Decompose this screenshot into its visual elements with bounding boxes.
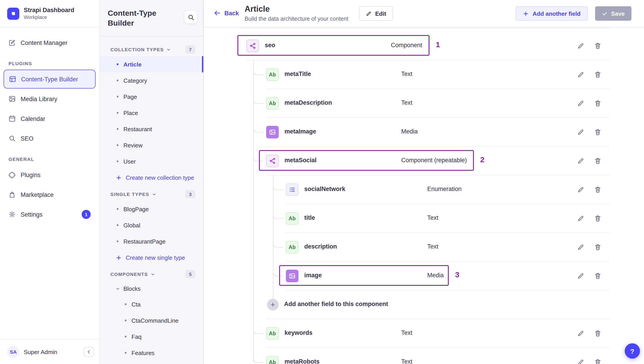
sidebar-item-plugins[interactable]: Plugins (4, 165, 96, 185)
create-new-single-type-link[interactable]: Create new single type (106, 249, 197, 266)
panel-item-cta[interactable]: Cta (100, 296, 203, 312)
delete-field-button[interactable] (594, 186, 601, 193)
panel-item-label: RestaurantPage (124, 238, 166, 245)
panel-item-article[interactable]: Article (100, 56, 203, 72)
calendar-icon (8, 115, 16, 122)
content-type-builder-panel: Content-Type Builder COLLECTION TYPES7Ar… (100, 0, 204, 364)
delete-field-button[interactable] (594, 42, 601, 49)
panel-item-global[interactable]: Global (100, 217, 203, 233)
panel-item-page[interactable]: Page (100, 89, 203, 105)
panel-section-collection-types[interactable]: COLLECTION TYPES7 (106, 43, 197, 56)
field-row-socialnetwork: socialNetworkEnumeration (240, 175, 610, 204)
create-new-collection-type-link[interactable]: Create new collection type (106, 169, 197, 186)
edit-field-button[interactable] (577, 157, 584, 164)
field-type: Media (401, 128, 418, 135)
panel-section-single-types[interactable]: SINGLE TYPES3 (106, 188, 197, 201)
panel-item-faq[interactable]: Faq (100, 328, 203, 345)
header-actions: Add another field Save (516, 6, 632, 21)
panel-item-category[interactable]: Category (100, 72, 203, 89)
bullet-icon (117, 63, 118, 65)
panel-group-blocks[interactable]: Blocks (106, 281, 197, 296)
sidebar-item-media-library[interactable]: Media Library (4, 89, 96, 109)
brand[interactable]: Strapi Dashboard Workplace (0, 0, 99, 27)
panel-item-restaurant[interactable]: Restaurant (100, 121, 203, 137)
sidebar-item-content-type-builder[interactable]: Content-Type Builder (4, 70, 96, 89)
delete-field-button[interactable] (594, 128, 601, 136)
add-another-field-button[interactable]: Add another field (516, 6, 588, 21)
workspace-name: Workplace (24, 14, 74, 21)
edit-field-button[interactable] (577, 186, 584, 193)
delete-field-button[interactable] (594, 100, 601, 107)
marketplace-icon (8, 191, 16, 198)
back-link[interactable]: Back (214, 10, 239, 17)
edit-field-button[interactable] (577, 215, 584, 222)
plugins-icon (8, 171, 16, 178)
delete-field-button[interactable] (594, 272, 601, 280)
sidebar-item-marketplace[interactable]: Marketplace (4, 185, 96, 205)
panel-item-label: Category (124, 77, 147, 84)
save-button[interactable]: Save (595, 6, 632, 21)
title-block: Article Build the data architecture of y… (244, 5, 348, 22)
field-name: description (304, 243, 337, 250)
panel-item-place[interactable]: Place (100, 105, 203, 121)
field-name: title (304, 214, 315, 221)
edit-field-button[interactable] (577, 128, 584, 136)
edit-field-button[interactable] (577, 244, 584, 251)
delete-field-button[interactable] (594, 215, 601, 222)
enumeration-field-icon (286, 183, 298, 196)
nav-item-label: Content-Type Builder (21, 76, 78, 82)
sidebar-item-settings[interactable]: Settings1 (4, 205, 96, 224)
chevron-down-icon (152, 192, 156, 196)
panel-body: COLLECTION TYPES7ArticleCategoryPagePlac… (100, 36, 203, 361)
text-field-icon: Ab (266, 68, 279, 81)
help-button[interactable]: ? (625, 343, 640, 358)
panel-item-ctacommandline[interactable]: CtaCommandLine (100, 312, 203, 328)
panel-action-label: Create new single type (126, 254, 185, 261)
nav-item-label: Settings (21, 211, 43, 218)
edit-button[interactable]: Edit (359, 6, 393, 21)
panel-item-features[interactable]: Features (100, 345, 203, 361)
bullet-icon (125, 319, 126, 321)
panel-item-restaurantpage[interactable]: RestaurantPage (100, 233, 203, 249)
add-field-to-component-button[interactable] (267, 299, 279, 310)
add-field-to-component-label[interactable]: Add another field to this component (284, 301, 388, 307)
edit-field-button[interactable] (577, 358, 584, 364)
panel-item-label: Features (132, 349, 154, 356)
check-icon (602, 11, 608, 17)
field-row-seo: seoComponent1 (240, 32, 610, 60)
delete-field-button[interactable] (594, 71, 601, 78)
settings-icon (8, 211, 16, 218)
bullet-icon (117, 80, 118, 81)
panel-item-review[interactable]: Review (100, 137, 203, 153)
edit-field-button[interactable] (577, 330, 584, 337)
text-field-icon: Ab (266, 327, 279, 340)
field-type: Text (401, 71, 412, 77)
delete-field-button[interactable] (594, 330, 601, 337)
page-subtitle: Build the data architecture of your cont… (244, 16, 348, 22)
edit-field-button[interactable] (577, 272, 584, 280)
panel-section-components[interactable]: COMPONENTS5 (106, 267, 197, 281)
bullet-icon (125, 303, 126, 305)
sidebar-item-calendar[interactable]: Calendar (4, 109, 96, 128)
nav-item-label: Media Library (21, 95, 58, 102)
sidebar-item-seo[interactable]: SEO (4, 128, 96, 148)
field-type: Component (repeatable) (401, 157, 467, 163)
panel-item-label: Review (124, 142, 142, 148)
search-icon (8, 135, 16, 142)
collapse-sidebar-button[interactable] (84, 347, 94, 357)
main-content: Back Article Build the data architecture… (204, 0, 644, 364)
panel-section-label: COMPONENTS (110, 271, 148, 277)
pencil-icon (366, 11, 372, 17)
panel-item-user[interactable]: User (100, 153, 203, 169)
delete-field-button[interactable] (594, 157, 601, 164)
edit-field-button[interactable] (577, 100, 584, 107)
sidebar-item-content-manager[interactable]: Content Manager (4, 33, 96, 53)
panel-item-blogpage[interactable]: BlogPage (100, 201, 203, 217)
field-type: Enumeration (427, 186, 462, 192)
edit-field-button[interactable] (577, 71, 584, 78)
delete-field-button[interactable] (594, 358, 601, 364)
field-name: metaTitle (284, 71, 311, 77)
search-button[interactable] (184, 11, 197, 23)
edit-field-button[interactable] (577, 42, 584, 49)
delete-field-button[interactable] (594, 244, 601, 251)
